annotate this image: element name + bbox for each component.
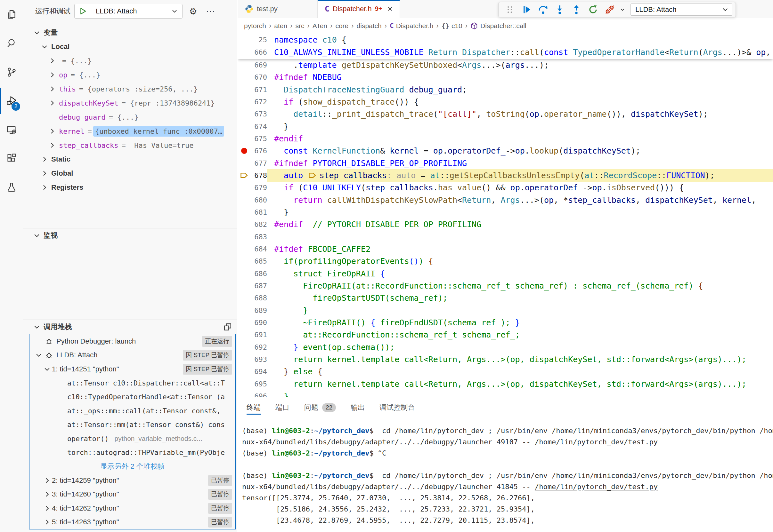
gutter[interactable]: [238, 341, 251, 353]
callstack-thread-row[interactable]: 2: tid=14259 "python"已暂停: [29, 473, 235, 488]
activity-item-testing-icon[interactable]: [0, 173, 23, 202]
breadcrumb-item[interactable]: src: [295, 22, 304, 30]
panel-tab[interactable]: 输出: [351, 397, 365, 418]
code-text[interactable]: #ifndef PYTORCH_DISABLE_PER_OP_PROFILING: [267, 157, 773, 170]
code-text[interactable]: }: [267, 120, 773, 133]
debug-drag-grip-button[interactable]: [502, 3, 518, 16]
debug-restart-button[interactable]: [585, 3, 601, 16]
line-number[interactable]: 676: [251, 147, 267, 155]
variable-row[interactable]: = {...}: [23, 54, 237, 68]
line-number[interactable]: 688: [251, 294, 267, 302]
terminal-file-link[interactable]: /home/lin/pytorch_dev/test.py: [535, 483, 658, 491]
code-line[interactable]: 690 ~FireOpRAII() { fireOpEndUSDT(schema…: [238, 316, 773, 329]
line-number[interactable]: 682: [251, 220, 267, 228]
line-number[interactable]: 672: [251, 98, 267, 106]
code-text[interactable]: return callWithDispatchKeySlowPath<Retur…: [267, 194, 773, 206]
debug-continue-button[interactable]: [518, 3, 534, 16]
callstack-thread-row[interactable]: 5: tid=14263 "python"已暂停: [29, 515, 235, 529]
gutter[interactable]: [238, 365, 251, 378]
activity-item-source-control-icon[interactable]: [0, 58, 23, 86]
debug-session-dropdown[interactable]: LLDB: Attach: [631, 4, 732, 16]
debug-step-into-button[interactable]: [552, 3, 568, 16]
debug-disconnect-chevron-button[interactable]: [618, 3, 627, 16]
gutter[interactable]: [238, 120, 251, 133]
code-text[interactable]: [267, 231, 773, 243]
gutter[interactable]: [238, 292, 251, 304]
debug-step-out-button[interactable]: [568, 3, 585, 16]
code-line[interactable]: 684#ifdef FBCODE_CAFFE2: [238, 243, 773, 255]
callstack-thread-row[interactable]: 4: tid=14262 "python"已暂停: [29, 501, 235, 515]
line-number[interactable]: 681: [251, 208, 267, 216]
line-number[interactable]: 669: [251, 61, 267, 69]
code-line[interactable]: 672 if (show_dispatch_trace()) {: [238, 96, 773, 108]
code-line[interactable]: 691 at::RecordFunction::schema_ref_t sch…: [238, 329, 773, 341]
gutter[interactable]: [238, 280, 251, 292]
code-text[interactable]: #ifdef FBCODE_CAFFE2: [267, 243, 773, 255]
line-number[interactable]: 673: [251, 110, 267, 118]
code-text[interactable]: struct FireOpRAII {: [267, 267, 773, 280]
activity-item-extensions-icon[interactable]: [0, 144, 23, 173]
code-line[interactable]: 671 DispatchTraceNestingGuard debug_guar…: [238, 83, 773, 96]
callstack-frame-row[interactable]: torch::autograd::THPVariable_mm(PyObje: [29, 446, 235, 460]
gutter[interactable]: [238, 157, 251, 170]
code-line[interactable]: 666C10_ALWAYS_INLINE_UNLESS_MOBILE Retur…: [238, 46, 773, 59]
gutter[interactable]: [238, 59, 251, 71]
tab-dispatcher-h[interactable]: CDispatcher.h9+✕: [318, 0, 400, 18]
show-more-frames-link[interactable]: 显示另外 2 个堆栈帧: [29, 460, 235, 474]
line-number[interactable]: 687: [251, 282, 267, 290]
code-text[interactable]: if(profilingOperatorEvents()) {: [267, 255, 773, 267]
code-text[interactable]: detail::_print_dispatch_trace("[call]", …: [267, 108, 773, 120]
call-stack-section-header[interactable]: 调用堆栈: [23, 320, 237, 334]
breadcrumb-item[interactable]: dispatch: [357, 22, 382, 30]
tab-test-py[interactable]: test.py: [238, 0, 318, 18]
line-number[interactable]: 677: [251, 159, 267, 167]
line-number[interactable]: 686: [251, 270, 267, 278]
line-number[interactable]: 693: [251, 355, 267, 363]
line-number[interactable]: 679: [251, 184, 267, 192]
gutter[interactable]: [238, 378, 251, 390]
activity-item-search-icon[interactable]: [0, 29, 23, 58]
gutter[interactable]: [238, 194, 251, 206]
code-text[interactable]: auto step_callbacks: auto = at::getStepC…: [267, 169, 773, 182]
code-line[interactable]: 688 fireOpStartUSDT(schema_ref);: [238, 292, 773, 304]
code-line[interactable]: 682#endif // PYTORCH_DISABLE_PER_OP_PROF…: [238, 218, 773, 231]
code-text[interactable]: if (show_dispatch_trace()) {: [267, 96, 773, 108]
gutter[interactable]: [238, 71, 251, 83]
gutter[interactable]: [238, 267, 251, 280]
debug-step-over-button[interactable]: [535, 3, 551, 16]
open-stack-view-icon[interactable]: [224, 323, 232, 331]
code-text[interactable]: namespace c10 {: [267, 34, 773, 46]
gutter[interactable]: [238, 46, 251, 59]
activity-item-remote-explorer-icon[interactable]: [0, 115, 23, 144]
callstack-thread-row[interactable]: 1: tid=14251 "python"因 STEP 已暂停: [29, 362, 235, 376]
code-line[interactable]: 669 .template getDispatchKeySetUnboxed<A…: [238, 59, 773, 71]
line-number[interactable]: 689: [251, 306, 267, 314]
variable-row[interactable]: step_callbacks= Has Value=true: [23, 138, 237, 152]
breadcrumb-item[interactable]: Dispatcher::call: [470, 22, 526, 30]
code-line[interactable]: 693 return kernel.template call<Return, …: [238, 353, 773, 366]
code-line[interactable]: 685 if(profilingOperatorEvents()) {: [238, 255, 773, 267]
gutter[interactable]: [238, 206, 251, 218]
variables-scope-row[interactable]: Local: [23, 40, 237, 54]
activity-item-run-debug-icon[interactable]: 2: [0, 86, 23, 115]
code-line[interactable]: 680 return callWithDispatchKeySlowPath<R…: [238, 194, 773, 206]
breadcrumb-item[interactable]: {}c10: [442, 22, 462, 30]
breadcrumb-item[interactable]: ATen: [313, 22, 327, 30]
line-number[interactable]: 696: [251, 392, 267, 397]
line-number[interactable]: 670: [251, 73, 267, 81]
gutter[interactable]: [238, 108, 251, 120]
callstack-frame-row[interactable]: at::Tensor::mm(at::Tensor const&) cons: [29, 418, 235, 432]
line-number[interactable]: 674: [251, 123, 267, 131]
activity-item-files-icon[interactable]: [0, 0, 23, 29]
code-editor[interactable]: 669 .template getDispatchKeySetUnboxed<A…: [238, 34, 773, 397]
code-text[interactable]: } event(op.schema());: [267, 341, 773, 353]
code-text[interactable]: return kernel.template call<Return, Args…: [267, 378, 773, 390]
code-line[interactable]: 670#ifndef NDEBUG: [238, 71, 773, 83]
terminal-output[interactable]: (base) lin@603-2:~/pytorch_dev$ cd /home…: [242, 425, 773, 532]
panel-tab[interactable]: 调试控制台: [379, 397, 415, 418]
chevron-down-icon[interactable]: [167, 7, 182, 15]
variable-row[interactable]: op= {...}: [23, 68, 237, 82]
code-line[interactable]: 692 } event(op.schema());: [238, 341, 773, 353]
breadcrumb-item[interactable]: CDispatcher.h: [390, 22, 433, 30]
variable-row[interactable]: this= {operators_:size=256, ...}: [23, 82, 237, 96]
